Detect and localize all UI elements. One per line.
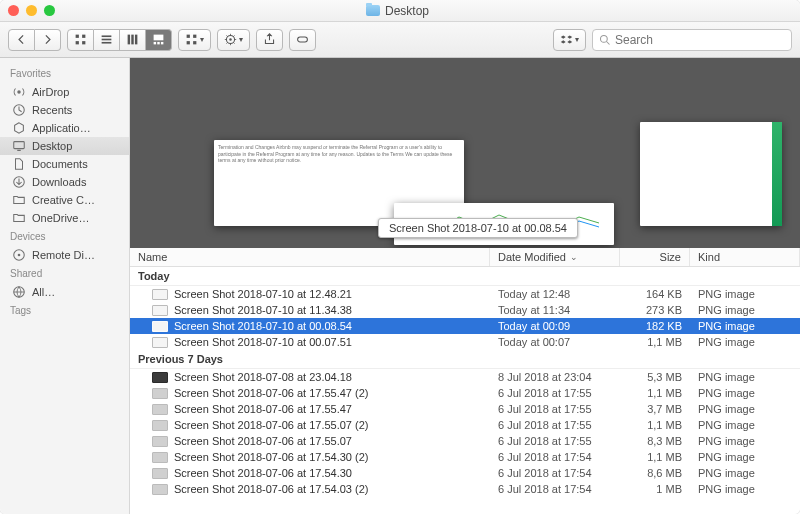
- close-window-button[interactable]: [8, 5, 19, 16]
- file-row[interactable]: Screen Shot 2018-07-06 at 17.55.076 Jul …: [130, 433, 800, 449]
- column-header-kind[interactable]: Kind: [690, 248, 800, 266]
- group-header: Previous 7 Days: [130, 350, 800, 369]
- sidebar-item[interactable]: OneDrive…: [0, 209, 129, 227]
- column-header-size[interactable]: Size: [620, 248, 690, 266]
- file-date: 6 Jul 2018 at 17:54: [490, 482, 620, 496]
- list-view-button[interactable]: [94, 29, 120, 51]
- tags-button[interactable]: [289, 29, 316, 51]
- gallery-view-button[interactable]: [146, 29, 172, 51]
- gallery-preview: Termination and Changes Airbnb may suspe…: [130, 58, 800, 248]
- file-icon: [152, 436, 168, 447]
- svg-rect-0: [76, 35, 79, 38]
- file-row[interactable]: Screen Shot 2018-07-06 at 17.55.476 Jul …: [130, 401, 800, 417]
- share-button[interactable]: [256, 29, 283, 51]
- file-date: 6 Jul 2018 at 17:55: [490, 402, 620, 416]
- file-size: 5,3 MB: [620, 370, 690, 384]
- sidebar-item-label: Creative C…: [32, 194, 95, 206]
- arrange-button[interactable]: ▾: [178, 29, 211, 51]
- file-name: Screen Shot 2018-07-06 at 17.54.30: [174, 467, 352, 479]
- group-header: Today: [130, 267, 800, 286]
- search-input[interactable]: [615, 33, 785, 47]
- file-list: Name Date Modified⌄ Size Kind TodayScree…: [130, 248, 800, 514]
- list-header: Name Date Modified⌄ Size Kind: [130, 248, 800, 267]
- preview-filename-label: Screen Shot 2018-07-10 at 00.08.54: [378, 218, 578, 238]
- file-row[interactable]: Screen Shot 2018-07-06 at 17.54.03 (2)6 …: [130, 481, 800, 497]
- sidebar-item[interactable]: Downloads: [0, 173, 129, 191]
- svg-rect-4: [102, 35, 112, 37]
- sidebar-item-label: AirDrop: [32, 86, 69, 98]
- file-row[interactable]: Screen Shot 2018-07-10 at 12.48.21Today …: [130, 286, 800, 302]
- folder-icon: [12, 211, 26, 225]
- preview-thumbnail[interactable]: [640, 122, 782, 226]
- forward-button[interactable]: [35, 29, 61, 51]
- file-row[interactable]: Screen Shot 2018-07-06 at 17.54.306 Jul …: [130, 465, 800, 481]
- file-name: Screen Shot 2018-07-06 at 17.54.30 (2): [174, 451, 368, 463]
- sidebar-item-label: Remote Di…: [32, 249, 95, 261]
- view-mode-buttons: [67, 29, 172, 51]
- sidebar: FavoritesAirDropRecentsApplicatio…Deskto…: [0, 58, 130, 514]
- sidebar-item[interactable]: All…: [0, 283, 129, 301]
- file-kind: PNG image: [690, 303, 800, 317]
- sidebar-item[interactable]: Documents: [0, 155, 129, 173]
- file-row[interactable]: Screen Shot 2018-07-06 at 17.55.07 (2)6 …: [130, 417, 800, 433]
- file-kind: PNG image: [690, 450, 800, 464]
- network-icon: [12, 285, 26, 299]
- file-row[interactable]: Screen Shot 2018-07-06 at 17.55.47 (2)6 …: [130, 385, 800, 401]
- sidebar-item[interactable]: Remote Di…: [0, 246, 129, 264]
- column-header-name[interactable]: Name: [130, 248, 490, 266]
- svg-rect-2: [76, 41, 79, 44]
- action-button[interactable]: ▾: [217, 29, 250, 51]
- toolbar: ▾ ▾ ▾: [0, 22, 800, 58]
- file-icon: [152, 484, 168, 495]
- file-icon: [152, 337, 168, 348]
- search-field[interactable]: [592, 29, 792, 51]
- file-row[interactable]: Screen Shot 2018-07-06 at 17.54.30 (2)6 …: [130, 449, 800, 465]
- file-name: Screen Shot 2018-07-10 at 00.07.51: [174, 336, 352, 348]
- file-kind: PNG image: [690, 434, 800, 448]
- svg-rect-9: [135, 35, 137, 45]
- sidebar-item-label: Downloads: [32, 176, 86, 188]
- file-name: Screen Shot 2018-07-06 at 17.54.03 (2): [174, 483, 368, 495]
- file-date: 8 Jul 2018 at 23:04: [490, 370, 620, 384]
- svg-rect-6: [102, 42, 112, 44]
- file-size: 164 KB: [620, 287, 690, 301]
- window-controls: [8, 5, 55, 16]
- file-size: 8,6 MB: [620, 466, 690, 480]
- file-kind: PNG image: [690, 402, 800, 416]
- file-size: 182 KB: [620, 319, 690, 333]
- svg-rect-24: [14, 142, 25, 149]
- search-icon: [599, 34, 611, 46]
- sidebar-item[interactable]: Desktop: [0, 137, 129, 155]
- column-header-date[interactable]: Date Modified⌄: [490, 248, 620, 266]
- airdrop-icon: [12, 85, 26, 99]
- file-icon: [152, 305, 168, 316]
- zoom-window-button[interactable]: [44, 5, 55, 16]
- sidebar-item[interactable]: Applicatio…: [0, 119, 129, 137]
- sidebar-item[interactable]: Recents: [0, 101, 129, 119]
- file-kind: PNG image: [690, 482, 800, 496]
- svg-rect-8: [131, 35, 133, 45]
- file-row[interactable]: Screen Shot 2018-07-10 at 00.07.51Today …: [130, 334, 800, 350]
- file-size: 1,1 MB: [620, 386, 690, 400]
- sidebar-item[interactable]: Creative C…: [0, 191, 129, 209]
- file-row[interactable]: Screen Shot 2018-07-10 at 11.34.38Today …: [130, 302, 800, 318]
- file-kind: PNG image: [690, 287, 800, 301]
- file-date: Today at 11:34: [490, 303, 620, 317]
- downloads-icon: [12, 175, 26, 189]
- folder-icon: [366, 5, 380, 16]
- dropbox-button[interactable]: ▾: [553, 29, 586, 51]
- file-size: 1,1 MB: [620, 418, 690, 432]
- sidebar-item[interactable]: AirDrop: [0, 83, 129, 101]
- column-view-button[interactable]: [120, 29, 146, 51]
- file-name: Screen Shot 2018-07-06 at 17.55.47: [174, 403, 352, 415]
- back-button[interactable]: [8, 29, 35, 51]
- file-row[interactable]: Screen Shot 2018-07-10 at 00.08.54Today …: [130, 318, 800, 334]
- file-name: Screen Shot 2018-07-06 at 17.55.47 (2): [174, 387, 368, 399]
- icon-view-button[interactable]: [67, 29, 94, 51]
- minimize-window-button[interactable]: [26, 5, 37, 16]
- svg-rect-12: [157, 42, 159, 44]
- file-date: Today at 00:07: [490, 335, 620, 349]
- file-date: 6 Jul 2018 at 17:55: [490, 434, 620, 448]
- file-row[interactable]: Screen Shot 2018-07-08 at 23.04.188 Jul …: [130, 369, 800, 385]
- file-date: 6 Jul 2018 at 17:55: [490, 386, 620, 400]
